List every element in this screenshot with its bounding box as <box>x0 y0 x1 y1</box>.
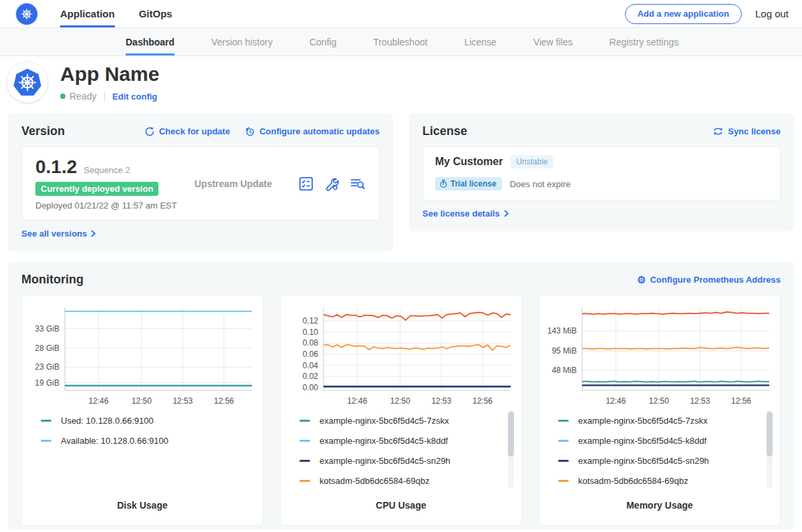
legend-swatch-icon <box>299 460 310 462</box>
tab-version-history[interactable]: Version history <box>211 28 273 55</box>
svg-text:0.02: 0.02 <box>303 372 319 381</box>
svg-text:12:50: 12:50 <box>132 396 152 406</box>
legend-label: example-nginx-5bc6f5d4c5-7zskx <box>319 416 449 426</box>
monitoring-section: Monitoring ⚙ Configure Prometheus Addres… <box>8 262 794 529</box>
legend-item: example-nginx-5bc6f5d4c5-7zskx <box>299 416 505 426</box>
tab-view-files[interactable]: View files <box>533 28 573 55</box>
svg-text:48 MiB: 48 MiB <box>552 366 577 375</box>
divider: | <box>103 91 106 102</box>
tab-dashboard[interactable]: Dashboard <box>126 28 174 55</box>
version-card-title: Version <box>21 124 65 138</box>
legend-label: example-nginx-5bc6f5d4c5-sn29h <box>578 456 709 466</box>
chevron-right-icon <box>504 210 509 217</box>
svg-text:12:56: 12:56 <box>731 396 751 406</box>
memory-usage-plot: 143 MiB95 MiB48 MiB12:4612:5012:5312:56 <box>543 302 776 409</box>
tab-license[interactable]: License <box>464 28 497 55</box>
legend-swatch-icon <box>558 480 569 482</box>
config-wrench-icon[interactable] <box>324 176 339 191</box>
memory-usage-chart-card: 143 MiB95 MiB48 MiB12:4612:5012:5312:56 … <box>539 295 781 526</box>
tab-config[interactable]: Config <box>309 28 336 55</box>
preflight-checklist-icon[interactable] <box>299 176 313 191</box>
top-nav: Application GitOps Add a new application… <box>0 0 802 28</box>
legend-swatch-icon <box>299 440 310 442</box>
sync-license-button[interactable]: Sync license <box>712 126 781 136</box>
license-card-title: License <box>422 124 467 138</box>
legend-item: example-nginx-5bc6f5d4c5-sn29h <box>558 456 764 466</box>
legend-scrollbar[interactable] <box>508 410 514 488</box>
version-number: 0.1.2 <box>35 156 77 178</box>
svg-text:143 MiB: 143 MiB <box>547 326 577 336</box>
legend-item: example-nginx-5bc6f5d4c5-k8ddf <box>558 436 764 446</box>
tab-troubleshoot[interactable]: Troubleshoot <box>373 28 427 55</box>
legend-label: example-nginx-5bc6f5d4c5-sn29h <box>319 456 450 466</box>
trial-license-badge: Trial license <box>435 177 502 190</box>
license-card: License Sync license My Customer Unstabl… <box>409 114 794 231</box>
channel-badge: Unstable <box>511 155 553 168</box>
svg-text:12:46: 12:46 <box>606 396 626 406</box>
current-version-row: 0.1.2 Sequence 2 Currently deployed vers… <box>21 146 380 221</box>
update-type-label: Upstream Update <box>194 178 272 189</box>
svg-text:0.06: 0.06 <box>303 350 319 359</box>
currently-deployed-badge: Currently deployed version <box>35 182 158 196</box>
tab-application[interactable]: Application <box>60 0 115 27</box>
deployed-timestamp: Deployed 01/21/22 @ 11:57 am EST <box>35 201 189 211</box>
svg-text:0.12: 0.12 <box>303 316 319 325</box>
legend-swatch-icon <box>558 420 569 422</box>
legend-scrollbar[interactable] <box>767 410 773 488</box>
legend-swatch-icon <box>558 460 569 462</box>
legend-scrollbar-thumb[interactable] <box>767 412 773 456</box>
status-text: Ready <box>70 91 96 102</box>
legend-scrollbar-thumb[interactable] <box>508 412 514 456</box>
svg-text:12:53: 12:53 <box>172 396 192 406</box>
svg-text:28 GiB: 28 GiB <box>35 344 59 353</box>
legend-label: example-nginx-5bc6f5d4c5-7zskx <box>578 416 708 426</box>
legend-item: example-nginx-5bc6f5d4c5-k8ddf <box>299 436 505 446</box>
version-card: Version Check for update <box>8 114 393 251</box>
page-title: App Name <box>60 63 159 86</box>
app-avatar <box>7 61 48 103</box>
clock-refresh-icon <box>245 126 255 137</box>
add-application-button[interactable]: Add a new application <box>625 4 742 24</box>
svg-text:12:53: 12:53 <box>690 396 710 406</box>
legend-label: kotsadm-5db6dc6584-69qbz <box>319 476 430 486</box>
legend-swatch-icon <box>558 440 569 442</box>
check-for-update-button[interactable]: Check for update <box>144 126 230 137</box>
legend-label: kotsadm-5db6dc6584-69qbz <box>578 476 688 486</box>
legend-item: kotsadm-5db6dc6584-69qbz <box>558 476 764 486</box>
cpu-usage-chart-card: 0.120.100.080.060.040.020.0012:4612:5012… <box>280 295 522 526</box>
chevron-right-icon <box>91 230 96 237</box>
svg-text:0.08: 0.08 <box>303 338 319 348</box>
chart-title: Memory Usage <box>543 496 776 525</box>
deploy-logs-icon[interactable] <box>350 176 366 191</box>
app-sub-nav: Dashboard Version history Config Trouble… <box>0 28 802 56</box>
gear-icon: ⚙ <box>637 275 646 285</box>
legend-swatch-icon <box>299 480 310 482</box>
license-expiry-text: Does not expire <box>510 179 571 189</box>
svg-text:0.10: 0.10 <box>303 327 319 337</box>
see-all-versions-link[interactable]: See all versions <box>21 229 96 239</box>
legend-item: Used: 10.128.0.66:9100 <box>41 416 247 426</box>
version-sequence: Sequence 2 <box>84 165 130 175</box>
legend-item: Available: 10.128.0.66:9100 <box>41 436 247 446</box>
tab-registry-settings[interactable]: Registry settings <box>610 28 678 55</box>
cpu-usage-plot: 0.120.100.080.060.040.020.0012:4612:5012… <box>285 302 517 409</box>
edit-config-link[interactable]: Edit config <box>112 92 157 102</box>
legend-label: Available: 10.128.0.66:9100 <box>61 436 168 446</box>
svg-text:12:46: 12:46 <box>347 396 367 406</box>
legend-label: example-nginx-5bc6f5d4c5-k8ddf <box>578 436 706 446</box>
see-license-details-link[interactable]: See license details <box>422 209 509 219</box>
svg-text:19 GiB: 19 GiB <box>35 378 59 388</box>
tab-gitops[interactable]: GitOps <box>139 0 172 27</box>
kubernetes-logo-icon <box>16 3 37 25</box>
legend-item: example-nginx-5bc6f5d4c5-7zskx <box>558 416 764 426</box>
configure-automatic-updates-button[interactable]: Configure automatic updates <box>245 126 380 137</box>
logout-link[interactable]: Log out <box>755 8 789 19</box>
legend-swatch-icon <box>299 420 310 422</box>
refresh-icon <box>144 126 155 137</box>
disk-usage-legend: Used: 10.128.0.66:9100Available: 10.128.… <box>26 409 259 496</box>
configure-prometheus-button[interactable]: ⚙ Configure Prometheus Address <box>637 275 781 285</box>
top-nav-tabs: Application GitOps <box>60 0 172 27</box>
stopwatch-icon <box>439 179 448 188</box>
svg-text:95 MiB: 95 MiB <box>552 346 577 356</box>
monitoring-title: Monitoring <box>21 273 84 287</box>
